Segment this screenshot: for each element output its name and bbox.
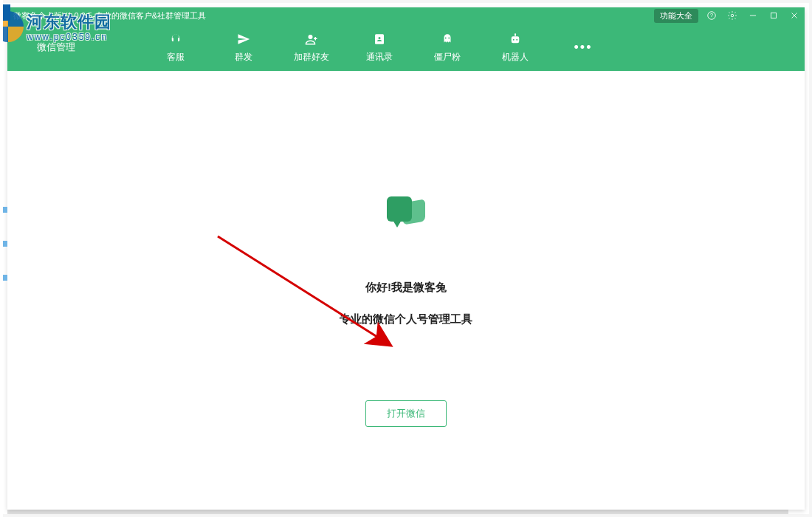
nav-label: 群发 — [235, 51, 252, 64]
main-content: 你好!我是微客兔 专业的微信个人号管理工具 打开微信 — [7, 71, 805, 510]
svg-point-16 — [515, 33, 516, 35]
svg-point-9 — [379, 37, 381, 39]
svg-point-10 — [445, 37, 447, 38]
subtitle-text: 专业的微信个人号管理工具 — [340, 312, 472, 326]
help-icon: ? — [706, 10, 717, 21]
user-plus-icon — [304, 32, 319, 47]
maximize-button[interactable] — [763, 7, 784, 24]
robot-icon — [508, 32, 523, 47]
open-wechat-button[interactable]: 打开微信 — [365, 400, 447, 427]
nav-label: 通讯录 — [366, 51, 393, 64]
contacts-icon — [372, 32, 387, 47]
feature-list-button[interactable]: 功能大全 — [654, 9, 698, 23]
nav-item-zombie-fans[interactable]: 僵尸粉 — [413, 32, 481, 64]
svg-text:?: ? — [710, 13, 713, 18]
nav-label: 机器人 — [502, 51, 529, 64]
svg-point-2 — [731, 14, 734, 17]
close-icon — [789, 10, 799, 21]
nav-item-robot[interactable]: 机器人 — [481, 32, 549, 64]
left-edge-decoration — [0, 0, 3, 517]
close-button[interactable] — [784, 7, 805, 24]
nav-item-add-friends[interactable]: 加群好友 — [278, 32, 345, 64]
nav-label: 客服 — [167, 51, 185, 64]
send-icon — [236, 32, 251, 47]
minimize-icon — [748, 10, 758, 21]
ghost-icon — [440, 32, 455, 47]
window-card: 微客兔个人版V1.0.0.5-专业的微信客户&社群管理工具 功能大全 ? — [7, 7, 805, 510]
svg-point-14 — [516, 38, 517, 40]
svg-rect-4 — [771, 13, 777, 18]
more-icon: ••• — [574, 40, 593, 55]
headset-icon — [168, 32, 183, 47]
nav-section-title: 微信管理 — [37, 41, 75, 54]
help-button[interactable]: ? — [701, 7, 722, 24]
maximize-icon — [768, 10, 779, 21]
nav-item-customer-service[interactable]: 客服 — [142, 32, 210, 64]
settings-button[interactable] — [722, 7, 743, 24]
title-bar: 微客兔个人版V1.0.0.5-专业的微信客户&社群管理工具 功能大全 ? — [7, 7, 805, 24]
gear-icon — [727, 10, 737, 21]
minimize-button[interactable] — [743, 7, 763, 24]
nav-more-button[interactable]: ••• — [549, 40, 617, 55]
svg-point-13 — [513, 38, 515, 40]
nav-item-contacts[interactable]: 通讯录 — [345, 32, 413, 64]
nav-bar: 微信管理 客服 群发 加群好友 通讯录 僵尸粉 — [7, 24, 805, 71]
svg-point-11 — [448, 37, 450, 38]
app-logo — [387, 196, 425, 229]
nav-label: 僵尸粉 — [434, 51, 461, 64]
svg-rect-12 — [512, 36, 520, 43]
window-title: 微客兔个人版V1.0.0.5-专业的微信客户&社群管理工具 — [13, 10, 206, 21]
app-window: 微客兔个人版V1.0.0.5-专业的微信客户&社群管理工具 功能大全 ? — [3, 3, 809, 514]
nav-label: 加群好友 — [294, 51, 329, 64]
nav-item-broadcast[interactable]: 群发 — [210, 32, 278, 64]
svg-point-7 — [309, 35, 313, 39]
greeting-text: 你好!我是微客兔 — [365, 281, 447, 295]
